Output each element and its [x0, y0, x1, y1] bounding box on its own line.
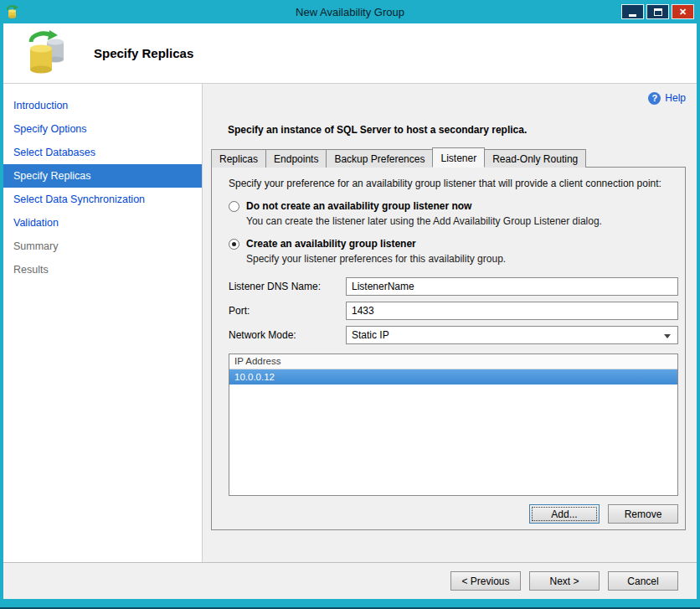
network-mode-value: Static IP	[352, 329, 389, 341]
tab-backup-preferences[interactable]: Backup Preferences	[326, 149, 433, 168]
sidebar-item-validation[interactable]: Validation	[3, 211, 202, 235]
help-link[interactable]: ? Help	[648, 92, 686, 105]
tab-read-only-routing[interactable]: Read-Only Routing	[484, 149, 586, 168]
sidebar-item-select-databases[interactable]: Select Databases	[3, 141, 202, 164]
minimize-icon	[629, 14, 636, 17]
next-button[interactable]: Next >	[529, 571, 600, 591]
dns-name-label: Listener DNS Name:	[229, 281, 346, 292]
page-title: Specify Replicas	[94, 46, 193, 60]
ip-address-row[interactable]: 10.0.0.12	[229, 369, 677, 384]
tab-listener[interactable]: Listener	[432, 147, 485, 168]
cancel-button[interactable]: Cancel	[608, 571, 678, 591]
radio-no-listener-description: You can create the listener later using …	[246, 215, 678, 227]
main-pane: ? Help Specify an instance of SQL Server…	[203, 84, 697, 562]
sidebar-item-results: Results	[3, 258, 202, 281]
sidebar-item-summary: Summary	[3, 235, 202, 258]
sidebar-item-specify-replicas[interactable]: Specify Replicas	[3, 164, 202, 188]
radio-create-listener-label: Create an availability group listener	[246, 238, 416, 250]
window-body: Specify Replicas Introduction Specify Op…	[3, 23, 697, 599]
port-label: Port:	[229, 305, 346, 317]
maximize-icon	[654, 8, 662, 16]
dns-name-input[interactable]	[346, 277, 678, 296]
replication-database-icon	[23, 29, 69, 78]
maximize-button[interactable]	[646, 4, 669, 19]
sidebar-item-select-data-synchronization[interactable]: Select Data Synchronization	[3, 188, 202, 211]
radio-create-listener-icon	[229, 239, 239, 250]
wizard-header: Specify Replicas	[3, 23, 697, 84]
tab-endpoints[interactable]: Endpoints	[265, 149, 327, 168]
content: Introduction Specify Options Select Data…	[3, 84, 697, 562]
remove-button[interactable]: Remove	[608, 504, 678, 524]
chevron-down-icon	[664, 334, 671, 338]
sidebar-item-specify-options[interactable]: Specify Options	[3, 117, 202, 141]
sidebar-item-introduction[interactable]: Introduction	[3, 94, 202, 117]
titlebar: New Availability Group ✕	[0, 0, 700, 23]
caption-buttons: ✕	[619, 4, 694, 19]
wizard-window: New Availability Group ✕	[0, 0, 700, 609]
network-mode-label: Network Mode:	[229, 329, 346, 341]
port-row: Port:	[229, 302, 678, 320]
radio-create-listener-description: Specify your listener preferences for th…	[246, 253, 678, 265]
tabstrip: Replicas Endpoints Backup Preferences Li…	[211, 147, 686, 167]
radio-create-listener[interactable]: Create an availability group listener	[229, 238, 678, 250]
previous-button[interactable]: < Previous	[450, 571, 521, 591]
listener-intro-text: Specify your preference for an availabil…	[229, 178, 678, 189]
window-title: New Availability Group	[0, 6, 700, 18]
tab-replicas[interactable]: Replicas	[211, 149, 266, 168]
close-button[interactable]: ✕	[672, 4, 694, 19]
wizard-footer: < Previous Next > Cancel	[3, 562, 697, 599]
minimize-button[interactable]	[621, 4, 644, 19]
listener-tab-panel: Specify your preference for an availabil…	[211, 167, 686, 530]
help-label: Help	[665, 92, 686, 104]
wizard-steps-sidebar: Introduction Specify Options Select Data…	[3, 84, 203, 562]
add-button[interactable]: Add...	[529, 504, 600, 524]
help-row: ? Help	[211, 89, 686, 107]
radio-no-listener[interactable]: Do not create an availability group list…	[229, 200, 678, 212]
network-mode-dropdown[interactable]: Static IP	[346, 326, 678, 344]
network-mode-row: Network Mode: Static IP	[229, 326, 678, 344]
listener-fields: Listener DNS Name: Port: Network Mode: S…	[229, 277, 678, 350]
help-icon: ?	[648, 92, 661, 105]
port-input[interactable]	[346, 302, 678, 320]
radio-no-listener-icon	[229, 201, 239, 212]
ip-address-list[interactable]: IP Address 10.0.0.12	[229, 354, 678, 496]
instruction-text: Specify an instance of SQL Server to hos…	[228, 124, 686, 136]
ip-address-column-header: IP Address	[229, 354, 677, 369]
close-icon: ✕	[679, 8, 687, 17]
dns-name-row: Listener DNS Name:	[229, 277, 678, 296]
ip-list-buttons: Add... Remove	[229, 498, 678, 524]
radio-no-listener-label: Do not create an availability group list…	[246, 200, 471, 212]
